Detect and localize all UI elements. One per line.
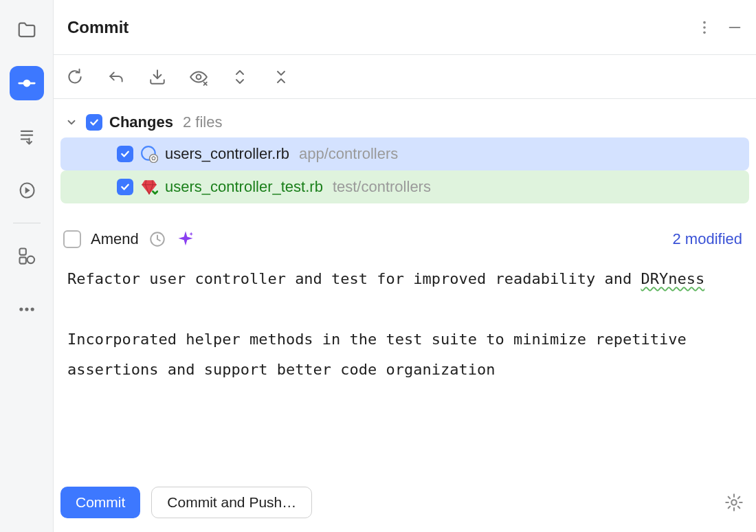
panel-title: Commit xyxy=(67,18,129,37)
amend-checkbox[interactable] xyxy=(63,230,81,248)
file-path: test/controllers xyxy=(333,178,431,196)
expand-collapse-icon[interactable] xyxy=(228,65,252,89)
minimize-icon[interactable] xyxy=(727,20,742,35)
svg-point-11 xyxy=(197,74,201,79)
services-icon[interactable] xyxy=(10,239,44,273)
file-name: users_controller_test.rb xyxy=(165,178,323,196)
svg-point-6 xyxy=(25,307,28,311)
rollback-icon[interactable] xyxy=(104,65,128,89)
svg-point-8 xyxy=(703,21,706,23)
changes-checkbox[interactable] xyxy=(86,114,102,131)
run-icon[interactable] xyxy=(10,173,44,208)
file-checkbox[interactable] xyxy=(117,146,133,162)
nav-separator xyxy=(13,223,41,223)
svg-point-7 xyxy=(30,307,34,311)
diff-preview-icon[interactable] xyxy=(187,65,210,89)
commit-toolbar xyxy=(54,55,756,99)
svg-rect-2 xyxy=(19,249,25,255)
commit-and-push-button[interactable]: Commit and Push… xyxy=(151,487,312,518)
gear-icon[interactable] xyxy=(724,493,744,512)
changes-tree: Changes 2 files users_controller.rb app/… xyxy=(54,99,756,209)
file-row[interactable]: users_controller.rb app/controllers xyxy=(60,137,749,170)
file-path: app/controllers xyxy=(299,145,398,163)
commit-message-line2: Incorporated helper methods in the test … xyxy=(67,331,696,378)
refresh-icon[interactable] xyxy=(63,65,87,89)
changes-root-node[interactable]: Changes 2 files xyxy=(60,107,749,137)
history-icon[interactable] xyxy=(148,230,166,248)
group-by-icon[interactable] xyxy=(269,65,293,89)
svg-point-9 xyxy=(703,26,706,29)
vcs-icon[interactable] xyxy=(10,66,44,100)
titlebar: Commit xyxy=(54,0,756,55)
amend-label: Amend xyxy=(91,230,139,248)
structure-icon[interactable] xyxy=(10,120,44,154)
modified-link[interactable]: 2 modified xyxy=(672,230,742,248)
ruby-controller-icon xyxy=(140,145,158,163)
commit-panel: Commit xyxy=(54,0,756,532)
amend-bar: Amend 2 modified xyxy=(54,209,756,256)
changes-label: Changes xyxy=(109,113,173,131)
more-icon[interactable] xyxy=(10,292,44,326)
file-row[interactable]: users_controller_test.rb test/controller… xyxy=(60,170,749,203)
commit-footer: Commit Commit and Push… xyxy=(54,480,756,532)
project-icon[interactable] xyxy=(10,12,44,47)
file-checkbox[interactable] xyxy=(117,179,133,195)
svg-rect-3 xyxy=(19,257,25,263)
chevron-down-icon[interactable] xyxy=(64,115,79,130)
ai-sparkle-icon[interactable] xyxy=(176,230,195,249)
changes-count: 2 files xyxy=(183,113,222,131)
options-icon[interactable] xyxy=(697,20,712,35)
svg-point-4 xyxy=(27,256,34,264)
commit-message-line1: Refactor user controller and test for im… xyxy=(67,270,704,287)
left-toolbar xyxy=(0,0,54,532)
shelve-icon[interactable] xyxy=(146,65,169,89)
svg-point-15 xyxy=(731,500,736,505)
file-name: users_controller.rb xyxy=(165,145,289,163)
ruby-gem-icon xyxy=(140,178,158,196)
svg-point-13 xyxy=(150,155,158,163)
svg-point-10 xyxy=(703,31,706,34)
svg-point-5 xyxy=(19,307,23,311)
commit-message-input[interactable]: Refactor user controller and test for im… xyxy=(54,256,756,480)
commit-button[interactable]: Commit xyxy=(60,487,140,518)
